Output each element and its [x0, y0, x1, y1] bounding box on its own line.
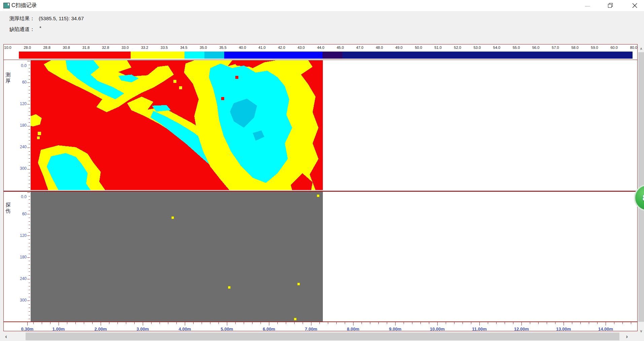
y-axis-tick — [29, 176, 30, 177]
cscan-panel: 10.028.028.830.831.832.833.033.233.534.5… — [3, 44, 638, 331]
heatmap-speckle — [235, 76, 238, 79]
thickness-cscan-plot[interactable] — [31, 60, 323, 190]
minimize-button[interactable]: — — [580, 0, 595, 11]
x-axis-label: 2.00m — [91, 327, 111, 332]
y-axis-tick — [29, 239, 30, 240]
x-axis-minor-tick — [538, 322, 539, 324]
colorbar-segment — [323, 52, 342, 59]
x-axis-major-tick — [143, 322, 143, 326]
y-axis-tick — [29, 129, 30, 130]
x-axis-label: 14.00m — [596, 327, 616, 332]
x-axis-label: 5.00m — [217, 327, 237, 332]
x-axis-minor-tick — [622, 322, 623, 324]
scroll-down-icon[interactable]: ∨ — [638, 328, 644, 334]
x-axis-minor-tick — [404, 322, 404, 324]
y-axis-tick — [29, 133, 30, 133]
x-axis-minor-tick — [33, 322, 34, 324]
x-axis-minor-tick — [328, 322, 328, 324]
x-axis-minor-tick — [614, 322, 614, 324]
x-axis-minor-tick — [50, 322, 50, 324]
top-chart-row-label: 测厚 — [4, 72, 12, 84]
x-axis-label: 3.00m — [133, 327, 153, 332]
x-axis-label: 8.00m — [343, 327, 363, 332]
y-axis-tick — [29, 304, 30, 305]
x-axis-minor-tick — [277, 322, 278, 324]
heatmap-speckle — [179, 86, 182, 89]
colorbar-scale-value: 50.0 — [411, 45, 426, 50]
colorbar-scale-value: 55.0 — [509, 45, 524, 50]
colorbar-scale-value: 35.0 — [196, 45, 211, 50]
horizontal-scrollbar[interactable]: ‹ › — [0, 332, 638, 341]
restore-button[interactable] — [603, 0, 618, 11]
flaw-cscan-plot[interactable] — [31, 192, 323, 321]
x-axis-major-tick — [395, 322, 396, 326]
x-axis-label: 0.30m — [17, 327, 37, 332]
y-axis-tick — [29, 243, 30, 243]
scroll-up-icon[interactable]: ∧ — [638, 45, 644, 52]
y-axis-tick — [27, 236, 30, 236]
y-axis-tick — [29, 90, 30, 90]
x-axis-major-tick — [185, 322, 185, 326]
x-axis-major-tick — [27, 322, 28, 326]
colorbar-scale-value: 10.0 — [0, 45, 15, 50]
x-axis-minor-tick — [597, 322, 598, 324]
x-axis-minor-tick — [176, 322, 177, 324]
y-axis-label: 120 — [13, 233, 27, 238]
colorbar-scale-value: 60.0 — [606, 45, 622, 50]
x-axis-minor-tick — [286, 322, 286, 324]
thickness-result-value: (5385.5, 115): 34.67 — [39, 16, 84, 21]
horizontal-scrollbar-thumb[interactable] — [26, 333, 619, 340]
colorbar-scale-value: 56.0 — [528, 45, 544, 50]
x-axis-minor-tick — [218, 322, 219, 324]
thickness-result-label: 测厚结果： — [9, 16, 35, 22]
colorbar-segment — [184, 52, 204, 59]
y-axis-tick — [27, 192, 30, 193]
y-axis-tick — [29, 228, 30, 229]
app-window: C扫描记录 — 测厚结果： (5385.5, 115): 34.67 缺陷通道：… — [0, 0, 644, 341]
y-axis-tick — [29, 250, 30, 250]
x-axis-minor-tick — [336, 322, 337, 324]
x-axis-major-tick — [269, 322, 269, 326]
colorbar-scale-value: 33.2 — [137, 45, 152, 50]
x-axis-label: 11.00m — [469, 327, 489, 332]
scroll-left-icon[interactable]: ‹ — [1, 332, 11, 341]
x-axis-label: 4.00m — [175, 327, 195, 332]
y-axis-tick — [29, 180, 30, 180]
scroll-right-icon[interactable]: › — [622, 332, 632, 341]
x-axis-minor-tick — [530, 322, 530, 324]
y-axis-tick — [29, 319, 30, 319]
thickness-heatmap — [31, 60, 323, 190]
app-icon — [3, 3, 10, 8]
x-axis-label: 13.00m — [553, 327, 574, 332]
x-axis-minor-tick — [589, 322, 589, 324]
y-axis-tick — [29, 196, 30, 196]
y-axis-tick — [29, 207, 30, 207]
y-axis-label: 240 — [13, 145, 27, 149]
x-axis-label: 9.00m — [385, 327, 405, 332]
x-axis-minor-tick — [303, 322, 303, 324]
defect-point — [297, 283, 300, 285]
y-axis-label: 60 — [13, 80, 27, 85]
x-axis-minor-tick — [547, 322, 547, 324]
y-axis-tick — [29, 151, 30, 152]
heatmap-speckle — [173, 80, 176, 83]
x-axis-minor-tick — [378, 322, 379, 324]
heatmap-blob-yellow — [31, 114, 42, 127]
x-axis-minor-tick — [463, 322, 463, 324]
colorbar-scale-value: 41.0 — [254, 45, 270, 50]
colorbar-underline — [4, 60, 637, 60]
y-axis-tick — [29, 265, 30, 265]
y-axis-tick — [29, 254, 30, 254]
colorbar-scale-value: 51.0 — [430, 45, 446, 50]
y-axis-tick — [29, 144, 30, 144]
y-axis-label: 0.0 — [13, 194, 27, 199]
y-axis-tick — [29, 155, 30, 155]
close-button[interactable] — [627, 0, 642, 11]
y-axis-tick — [29, 286, 30, 286]
x-axis-minor-tick — [370, 322, 370, 324]
y-axis-label: 300 — [13, 166, 27, 171]
colorbar-scale-value: 53.0 — [469, 45, 485, 50]
y-axis-tick — [29, 112, 30, 112]
y-axis-tick — [29, 203, 30, 204]
window-title: C扫描记录 — [11, 2, 37, 9]
